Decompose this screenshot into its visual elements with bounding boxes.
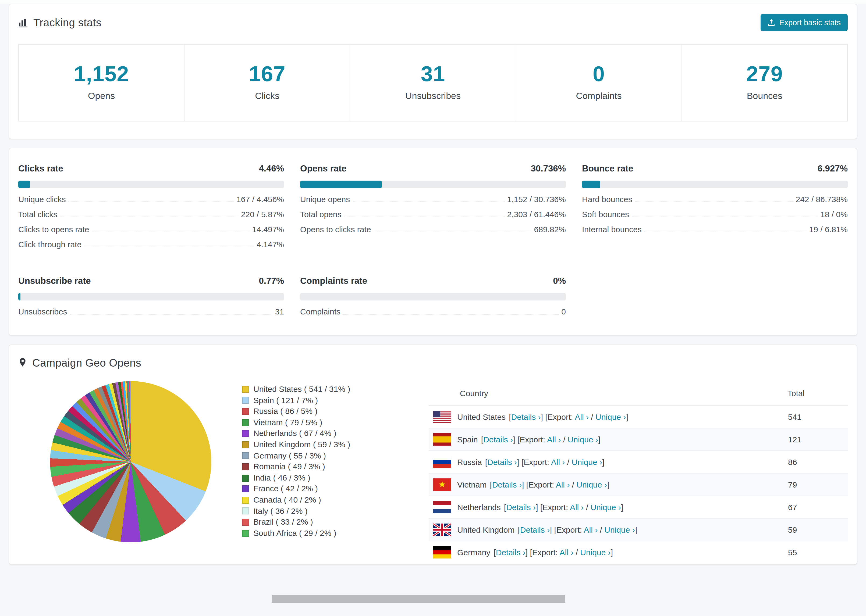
rate-row-label: Unsubscribes xyxy=(18,307,67,316)
rate-row-label: Click through rate xyxy=(18,240,82,249)
stat-value: 31 xyxy=(350,62,516,86)
bracket-open: [ xyxy=(493,548,496,557)
rate-value: 6.927% xyxy=(817,163,848,174)
separator: / xyxy=(598,525,604,534)
map-pin-icon xyxy=(18,357,27,369)
country-total: 55 xyxy=(787,541,848,563)
export-all-link[interactable]: All › xyxy=(560,548,574,557)
bar-chart-icon xyxy=(18,18,28,27)
country-line: Spain [Details ›] [Export: All › / Uniqu… xyxy=(433,433,787,446)
bracket-pair: ] [ xyxy=(550,525,556,534)
dotted-leader xyxy=(353,201,504,202)
stat-label: Clicks xyxy=(184,91,350,102)
details-link[interactable]: Details › xyxy=(511,412,540,421)
rate-row-label: Internal bounces xyxy=(582,225,642,234)
stat-clicks: 167 Clicks xyxy=(184,45,350,121)
export-unique-link[interactable]: Unique › xyxy=(572,457,602,467)
dotted-leader xyxy=(69,201,234,202)
rate-head: Bounce rate 6.927% xyxy=(582,163,848,174)
legend-label: Vietnam ( 79 / 5% ) xyxy=(254,417,322,428)
export-basic-stats-button[interactable]: Export basic stats xyxy=(760,14,848,31)
export-unique-link[interactable]: Unique › xyxy=(580,548,611,557)
bracket-close: ] xyxy=(602,457,604,467)
legend-label: South Africa ( 29 / 2% ) xyxy=(254,528,337,539)
details-link[interactable]: Details › xyxy=(483,435,513,444)
rate-row-value: 220 / 5.87% xyxy=(241,210,284,219)
legend-label: Canada ( 40 / 2% ) xyxy=(254,495,321,506)
rate-progress-track xyxy=(18,181,284,188)
bracket-close: ] xyxy=(621,503,623,512)
details-link[interactable]: Details › xyxy=(506,503,536,512)
rate-row-value: 31 xyxy=(275,307,284,316)
bracket-close: ] xyxy=(635,525,637,534)
rate-row-label: Unique opens xyxy=(300,195,350,204)
geo-card: Campaign Geo Opens United States ( 541 /… xyxy=(9,344,857,565)
export-unique-link[interactable]: Unique › xyxy=(604,525,635,534)
progress-fill xyxy=(18,293,20,300)
country-line: Russia [Details ›] [Export: All › / Uniq… xyxy=(433,456,787,468)
rate-row: Soft bounces 18 / 0% xyxy=(582,210,848,219)
country-links: [Details ›] [Export: All › / Unique ›] xyxy=(509,412,628,421)
legend-item-italy: Italy ( 36 / 2% ) xyxy=(242,506,371,517)
bracket-pair: ] [ xyxy=(541,412,548,421)
dotted-leader xyxy=(373,232,531,232)
export-all-link[interactable]: All › xyxy=(575,412,589,421)
rate-row: Total opens 2,303 / 61.446% xyxy=(300,210,566,219)
table-row-united-kingdom: United Kingdom [Details ›] [Export: All … xyxy=(429,519,848,541)
progress-fill xyxy=(300,181,382,188)
rate-row: Opens to clicks rate 689.82% xyxy=(300,225,566,234)
bracket-close: ] xyxy=(626,412,628,421)
legend-label: India ( 46 / 3% ) xyxy=(254,473,310,484)
export-all-link[interactable]: All › xyxy=(584,525,598,534)
geo-legend: United States ( 541 / 31% ) Spain ( 121 … xyxy=(242,384,371,563)
legend-label: United Kingdom ( 59 / 3% ) xyxy=(254,439,350,450)
country-flag-de xyxy=(433,546,451,558)
country-name: Germany xyxy=(457,548,490,557)
country-flag-nl xyxy=(433,501,451,513)
horizontal-scrollbar-thumb[interactable] xyxy=(272,595,565,603)
country-links: [Details ›] [Export: All › / Unique ›] xyxy=(504,503,624,512)
legend-item-brazil: Brazil ( 33 / 2% ) xyxy=(242,517,371,528)
export-unique-link[interactable]: Unique › xyxy=(568,435,598,444)
country-line: Vietnam [Details ›] [Export: All › / Uni… xyxy=(433,478,787,491)
stat-bounces: 279 Bounces xyxy=(682,45,847,121)
legend-item-united-states: United States ( 541 / 31% ) xyxy=(242,384,371,395)
legend-swatch xyxy=(242,452,249,459)
rate-row-value: 4.147% xyxy=(257,240,284,249)
details-link[interactable]: Details › xyxy=(496,548,526,557)
legend-swatch xyxy=(242,430,249,437)
legend-label: Netherlands ( 67 / 4% ) xyxy=(254,428,337,439)
geo-header: Campaign Geo Opens xyxy=(18,357,848,369)
export-unique-link[interactable]: Unique › xyxy=(595,412,626,421)
stat-value: 1,152 xyxy=(19,62,184,86)
bracket-open: [ xyxy=(518,525,520,534)
rate-block-bounce-rate: Bounce rate 6.927% Hard bounces 242 / 86… xyxy=(582,163,848,249)
rate-row: Click through rate 4.147% xyxy=(18,240,284,249)
rate-title: Opens rate xyxy=(300,163,346,174)
tracking-stats-header: Tracking stats Export basic stats xyxy=(9,4,857,31)
export-all-link[interactable]: All › xyxy=(556,480,570,489)
rate-rows: Unique opens 1,152 / 30.736% Total opens… xyxy=(300,195,566,234)
export-all-link[interactable]: All › xyxy=(551,457,565,467)
details-link[interactable]: Details › xyxy=(492,480,522,489)
details-link[interactable]: Details › xyxy=(487,457,517,467)
bracket-pair: ] [ xyxy=(526,548,532,557)
export-unique-link[interactable]: Unique › xyxy=(576,480,607,489)
rate-row-label: Clicks to opens rate xyxy=(18,225,89,234)
tracking-stats-header-left: Tracking stats xyxy=(18,16,101,29)
export-basic-stats-label: Export basic stats xyxy=(779,18,841,27)
rate-row-value: 1,152 / 30.736% xyxy=(507,195,566,204)
export-all-link[interactable]: All › xyxy=(570,503,584,512)
rate-row-label: Hard bounces xyxy=(582,195,632,204)
legend-item-france: France ( 42 / 2% ) xyxy=(242,484,371,495)
country-total: 79 xyxy=(787,473,848,496)
export-all-link[interactable]: All › xyxy=(547,435,561,444)
country-line: Germany [Details ›] [Export: All › / Uni… xyxy=(433,546,787,558)
tracking-stats-card: Tracking stats Export basic stats 1,152 … xyxy=(9,4,857,139)
rate-row-value: 689.82% xyxy=(534,225,566,234)
export-unique-link[interactable]: Unique › xyxy=(590,503,621,512)
details-link[interactable]: Details › xyxy=(520,525,550,534)
separator: / xyxy=(570,480,576,489)
rate-block-opens-rate: Opens rate 30.736% Unique opens 1,152 / … xyxy=(300,163,566,249)
legend-label: Germany ( 55 / 3% ) xyxy=(254,450,326,461)
